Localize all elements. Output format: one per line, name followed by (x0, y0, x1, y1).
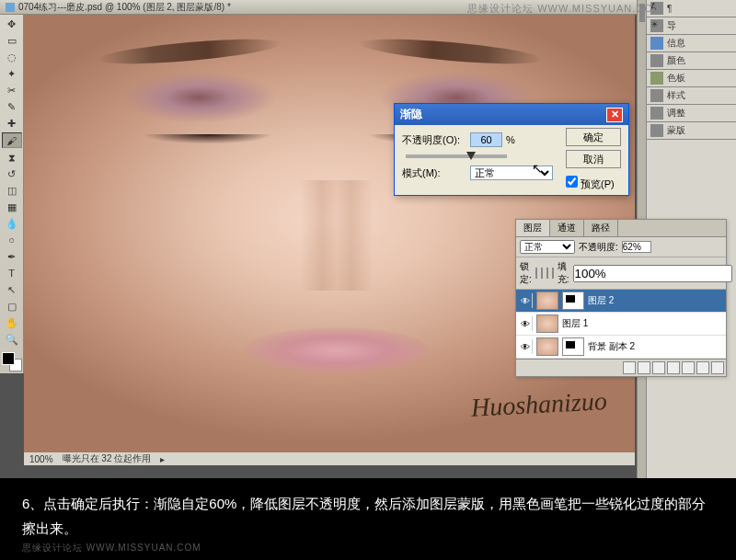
watermark-bottom: 思缘设计论坛 WWW.MISSYUAN.COM (22, 540, 201, 556)
panel-label: ¶ (667, 4, 672, 14)
photoshop-window: 0704练习---磨皮.psd @ 100% (图层 2, 图层蒙版/8) * … (0, 0, 736, 478)
color-icon (650, 54, 663, 67)
document-icon (6, 3, 15, 12)
hand-tool[interactable]: ✋ (2, 315, 22, 331)
new-adjustment-icon[interactable] (667, 361, 680, 374)
panel-item[interactable]: 调整 (647, 105, 736, 122)
text-tool[interactable]: T (2, 266, 22, 281)
panel-item[interactable]: ☀导 (647, 17, 736, 35)
fade-dialog: 渐隐 ✕ 不透明度(O): % 模式(M): 正常 确定 取消 预览(P) (394, 103, 629, 196)
lock-pixels-icon[interactable] (541, 268, 543, 279)
crop-tool[interactable]: ✂ (2, 83, 22, 98)
nav-icon: ☀ (650, 19, 663, 32)
layer-opacity-input[interactable] (622, 241, 651, 253)
status-bar: 100% 曝光只在 32 位起作用 ▸ (24, 452, 635, 465)
dialog-title-bar[interactable]: 渐隐 ✕ (395, 104, 628, 125)
lock-label: 锁定: (520, 260, 532, 286)
fill-label: 填充: (558, 260, 569, 286)
document-title: 0704练习---磨皮.psd @ 100% (图层 2, 图层蒙版/8) * (18, 1, 231, 14)
tab-paths[interactable]: 路径 (584, 220, 618, 236)
panel-item[interactable]: 蒙版 (647, 122, 736, 140)
panel-item[interactable]: 色板 (647, 70, 736, 87)
slider-thumb[interactable] (466, 152, 476, 160)
blur-tool[interactable]: 💧 (2, 216, 22, 232)
visibility-toggle[interactable]: 👁 (518, 293, 533, 308)
panel-label: 蒙版 (667, 124, 685, 137)
delete-layer-icon[interactable] (711, 361, 724, 374)
percent-label: % (506, 134, 515, 145)
style-icon (650, 89, 663, 102)
layer-row[interactable]: 👁 图层 2 (516, 290, 726, 313)
status-arrow-icon[interactable]: ▸ (160, 454, 165, 464)
cancel-button[interactable]: 取消 (566, 150, 621, 168)
mask-thumbnail[interactable] (562, 337, 584, 356)
color-swatches[interactable] (2, 352, 22, 371)
link-layers-icon[interactable] (623, 361, 636, 374)
layer-name[interactable]: 图层 2 (588, 294, 614, 307)
panel-label: 调整 (667, 107, 685, 120)
layer-row[interactable]: 👁 背景 副本 2 (516, 336, 726, 359)
mask-thumbnail[interactable] (562, 291, 584, 310)
opacity-slider[interactable] (406, 154, 507, 158)
layer-thumbnail[interactable] (536, 314, 558, 333)
layer-fx-icon[interactable] (638, 361, 650, 374)
pen-tool[interactable]: ✒ (2, 249, 22, 265)
ok-button[interactable]: 确定 (566, 128, 621, 146)
tools-panel: ✥ ▭ ◌ ✦ ✂ ✎ ✚ 🖌 ⧗ ↺ ◫ ▦ 💧 ○ ✒ T ↖ ▢ ✋ 🔍 (0, 15, 24, 373)
panel-item[interactable]: 颜色 (647, 52, 736, 70)
heal-tool[interactable]: ✚ (2, 116, 22, 131)
face-brow (98, 34, 282, 68)
dodge-tool[interactable]: ○ (2, 233, 22, 248)
move-tool[interactable]: ✥ (2, 17, 22, 32)
panel-label: 信息 (667, 37, 685, 50)
visibility-toggle[interactable]: 👁 (518, 316, 533, 331)
zoom-level[interactable]: 100% (29, 454, 53, 464)
layer-name[interactable]: 图层 1 (562, 317, 588, 330)
info-icon (650, 37, 663, 50)
lock-transparent-icon[interactable] (535, 268, 537, 279)
opacity-label: 不透明度: (579, 241, 618, 254)
panel-label: 样式 (667, 89, 685, 102)
adjust-icon (650, 107, 663, 120)
face-brow (359, 34, 544, 68)
foreground-color-swatch[interactable] (2, 352, 15, 365)
preview-checkbox[interactable] (566, 176, 578, 188)
gradient-tool[interactable]: ▦ (2, 200, 22, 215)
brush-tool[interactable]: 🖌 (2, 132, 22, 148)
zoom-tool[interactable]: 🔍 (2, 332, 22, 348)
add-mask-icon[interactable] (652, 361, 665, 374)
mask-icon (650, 124, 663, 137)
history-brush-tool[interactable]: ↺ (2, 166, 22, 182)
eyedropper-tool[interactable]: ✎ (2, 99, 22, 115)
panel-label: 导 (667, 19, 676, 32)
layer-list: 👁 图层 2 👁 图层 1 👁 背景 副本 2 (516, 290, 726, 359)
tab-channels[interactable]: 通道 (550, 220, 584, 236)
shape-tool[interactable]: ▢ (2, 299, 22, 314)
cursor-icon: ↖ (532, 161, 543, 176)
lasso-tool[interactable]: ◌ (2, 50, 22, 65)
stamp-tool[interactable]: ⧗ (2, 149, 22, 165)
panel-item[interactable]: 样式 (647, 87, 736, 105)
opacity-input[interactable] (470, 132, 502, 147)
blend-mode-select[interactable]: 正常 (520, 240, 575, 254)
layer-thumbnail[interactable] (536, 291, 558, 310)
layer-name[interactable]: 背景 副本 2 (588, 340, 635, 353)
marquee-tool[interactable]: ▭ (2, 33, 22, 49)
visibility-toggle[interactable]: 👁 (518, 339, 533, 354)
preview-checkbox-label[interactable]: 预览(P) (566, 176, 621, 191)
wand-tool[interactable]: ✦ (2, 66, 22, 82)
layer-row[interactable]: 👁 图层 1 (516, 313, 726, 336)
layer-thumbnail[interactable] (536, 337, 558, 356)
close-button[interactable]: ✕ (606, 108, 623, 122)
new-layer-icon[interactable] (696, 361, 709, 374)
tab-layers[interactable]: 图层 (516, 220, 550, 236)
fill-input[interactable] (573, 265, 732, 282)
lock-position-icon[interactable] (546, 268, 548, 279)
path-tool[interactable]: ↖ (2, 282, 22, 298)
tutorial-caption: 6、点击确定后执行：渐隐自定60%，降低图层不透明度，然后添加图层蒙版，用黑色画… (0, 480, 736, 560)
panel-item[interactable]: 信息 (647, 35, 736, 52)
new-group-icon[interactable] (682, 361, 695, 374)
eraser-tool[interactable]: ◫ (2, 183, 22, 199)
panel-label: 色板 (667, 72, 685, 85)
lock-all-icon[interactable] (552, 268, 554, 279)
